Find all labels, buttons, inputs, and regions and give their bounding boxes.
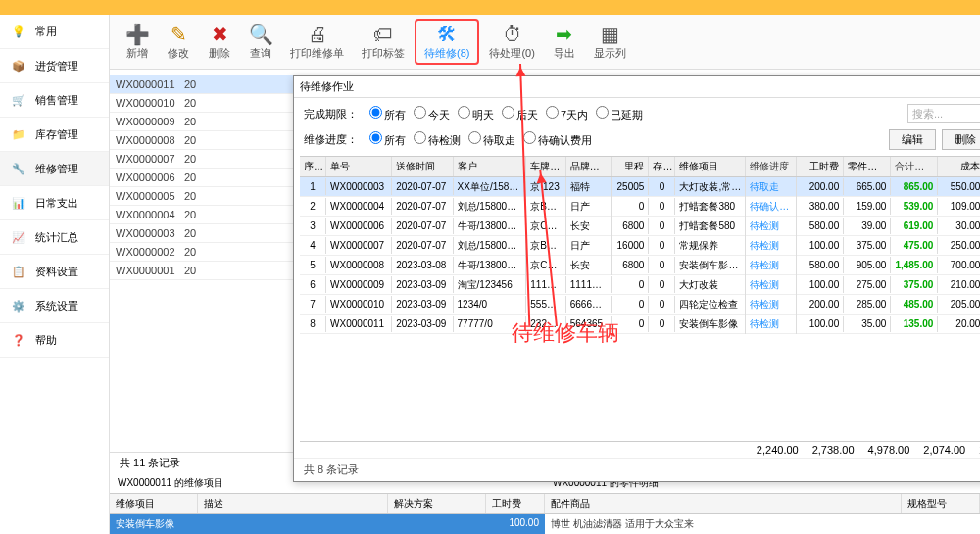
sidebar: 💡常用📦进货管理🛒销售管理📁库存管理🔧维修管理📊日常支出📈统计汇总📋资料设置⚙️… bbox=[0, 15, 110, 534]
sidebar-label: 常用 bbox=[35, 24, 57, 39]
sidebar-item[interactable]: ❓帮助 bbox=[0, 323, 109, 358]
sum-value: 2,074.00 bbox=[923, 444, 965, 456]
col-header[interactable]: 工时费 bbox=[797, 157, 844, 176]
part-row[interactable]: 博世 机油滤清器 适用于大众宝来 bbox=[545, 514, 980, 534]
sidebar-item[interactable]: 📋资料设置 bbox=[0, 255, 109, 289]
col-header[interactable]: 合计金额 bbox=[891, 157, 938, 176]
col-header: 规格型号 bbox=[902, 494, 980, 513]
query-button[interactable]: 🔍查询 bbox=[241, 21, 280, 63]
table-row[interactable]: 3WX00000062020-07-07牛哥/1380001..京C125长安6… bbox=[300, 217, 980, 236]
filter-radio[interactable] bbox=[369, 131, 382, 144]
col-header[interactable]: 里程 bbox=[612, 157, 650, 176]
sidebar-item[interactable]: 📊日常支出 bbox=[0, 186, 109, 220]
col-header: 维修项目 bbox=[110, 494, 198, 513]
export-button[interactable]: ➡导出 bbox=[545, 21, 584, 63]
sidebar-label: 进货管理 bbox=[35, 59, 78, 73]
sidebar-label: 资料设置 bbox=[35, 265, 78, 279]
filter-radio[interactable] bbox=[414, 131, 426, 144]
col-header: 配件商品 bbox=[545, 494, 902, 513]
filter-radio[interactable] bbox=[546, 106, 559, 119]
table-row[interactable]: 6WX00000092023-03-09淘宝/12345611111111111… bbox=[300, 275, 980, 295]
sidebar-label: 库存管理 bbox=[35, 127, 78, 142]
col-header[interactable]: 成本 bbox=[938, 157, 980, 176]
sidebar-item[interactable]: 📁库存管理 bbox=[0, 118, 109, 152]
table-row[interactable]: 1WX00000032020-07-07XX单位/1580...京·123福特2… bbox=[300, 177, 980, 197]
sidebar-item[interactable]: 📦进货管理 bbox=[0, 49, 109, 83]
col-header: 描述 bbox=[198, 494, 388, 513]
col-header[interactable]: 存油 bbox=[649, 157, 675, 176]
sidebar-label: 统计汇总 bbox=[35, 230, 78, 245]
filter-label: 完成期限： bbox=[304, 107, 358, 121]
sidebar-icon: 📦 bbox=[10, 57, 27, 74]
col-header[interactable]: 品牌型号 bbox=[566, 157, 612, 176]
columns-button[interactable]: ▦显示列 bbox=[586, 21, 634, 63]
col-header[interactable]: 单号 bbox=[326, 157, 392, 176]
sidebar-icon: ⚙️ bbox=[10, 297, 27, 315]
sidebar-icon: 📁 bbox=[10, 125, 27, 143]
col-header[interactable]: 维修项目 bbox=[675, 157, 746, 176]
filter-radio[interactable] bbox=[502, 106, 514, 119]
dialog-edit-button[interactable]: 编辑 bbox=[889, 129, 936, 150]
sidebar-icon: 💡 bbox=[10, 23, 27, 40]
table-row[interactable]: 7WX00000102023-03-091234/055555555566666… bbox=[300, 295, 980, 315]
sidebar-item[interactable]: 📈统计汇总 bbox=[0, 220, 109, 255]
pending-repair-button[interactable]: 🛠待维修(8) bbox=[415, 19, 479, 65]
col-header[interactable]: 送修时间 bbox=[392, 157, 453, 176]
filter-radio[interactable] bbox=[458, 106, 470, 119]
sidebar-icon: 📊 bbox=[10, 194, 27, 212]
filter-radio[interactable] bbox=[369, 106, 382, 119]
edit-button[interactable]: ✎修改 bbox=[159, 21, 198, 63]
toolbar: ➕新增 ✎修改 ✖删除 🔍查询 🖨打印维修单 🏷打印标签 🛠待维修(8) ⏱待处… bbox=[110, 15, 980, 70]
sidebar-label: 销售管理 bbox=[35, 93, 78, 108]
sidebar-label: 系统设置 bbox=[35, 299, 78, 314]
print-repair-button[interactable]: 🖨打印维修单 bbox=[282, 21, 352, 63]
sum-value: 4,978.00 bbox=[868, 444, 910, 456]
col-header: 解决方案 bbox=[388, 494, 486, 513]
sum-value: 2,240.00 bbox=[757, 444, 799, 456]
add-button[interactable]: ➕新增 bbox=[118, 21, 157, 63]
dialog-delete-button[interactable]: 删除 bbox=[942, 129, 980, 150]
sidebar-icon: 🛒 bbox=[10, 91, 27, 109]
search-input[interactable]: 搜索... bbox=[907, 104, 980, 123]
sum-value: 2,738.00 bbox=[812, 444, 855, 456]
pending-repair-dialog: 待维修作业 — ☐ ✕ 完成期限： 所有今天明天后天7天内已延期 搜索... ▦ bbox=[293, 75, 980, 482]
print-tag-button[interactable]: 🏷打印标签 bbox=[354, 21, 413, 63]
sidebar-item[interactable]: ⚙️系统设置 bbox=[0, 289, 109, 323]
sidebar-label: 日常支出 bbox=[35, 196, 78, 211]
sidebar-icon: 📈 bbox=[10, 228, 27, 246]
col-header[interactable]: 客户 bbox=[454, 157, 527, 176]
sidebar-item[interactable]: 💡常用 bbox=[0, 15, 109, 49]
sidebar-item[interactable]: 🔧维修管理 bbox=[0, 152, 109, 186]
pending-process-button[interactable]: ⏱待处理(0) bbox=[481, 21, 542, 63]
filter-radio[interactable] bbox=[468, 131, 481, 144]
col-header: 工时费 bbox=[486, 494, 545, 513]
table-row[interactable]: 2WX00000042020-07-07刘总/15800000京B234日产00… bbox=[300, 197, 980, 217]
sidebar-icon: ❓ bbox=[10, 331, 27, 349]
sidebar-icon: 📋 bbox=[10, 263, 27, 280]
col-header[interactable]: 零件费用 bbox=[844, 157, 891, 176]
sidebar-item[interactable]: 🛒销售管理 bbox=[0, 83, 109, 118]
filter-label: 维修进度： bbox=[304, 132, 358, 147]
col-header[interactable]: 维修进度 bbox=[746, 157, 797, 176]
sidebar-label: 帮助 bbox=[35, 333, 57, 348]
repair-item-row[interactable]: 安装倒车影像 100.00 bbox=[110, 514, 545, 534]
table-row[interactable]: 4WX00000072020-07-07刘总/15800000京B234日产16… bbox=[300, 236, 980, 256]
filter-radio[interactable] bbox=[523, 131, 536, 144]
table-row[interactable]: 8WX00000112023-03-0977777/02324324564365… bbox=[300, 315, 980, 334]
col-header[interactable]: 车牌号码 bbox=[526, 157, 565, 176]
sidebar-label: 维修管理 bbox=[35, 162, 78, 176]
table-row[interactable]: 5WX00000082023-03-08牛哥/1380001..京C125长安6… bbox=[300, 256, 980, 275]
col-header[interactable]: 序号 bbox=[300, 157, 326, 176]
delete-button[interactable]: ✖删除 bbox=[200, 21, 239, 63]
sidebar-icon: 🔧 bbox=[10, 160, 27, 177]
filter-radio[interactable] bbox=[596, 106, 609, 119]
dialog-title: 待维修作业 bbox=[300, 79, 354, 94]
dialog-record-count: 共 8 条记录 bbox=[294, 458, 980, 481]
filter-radio[interactable] bbox=[414, 106, 426, 119]
